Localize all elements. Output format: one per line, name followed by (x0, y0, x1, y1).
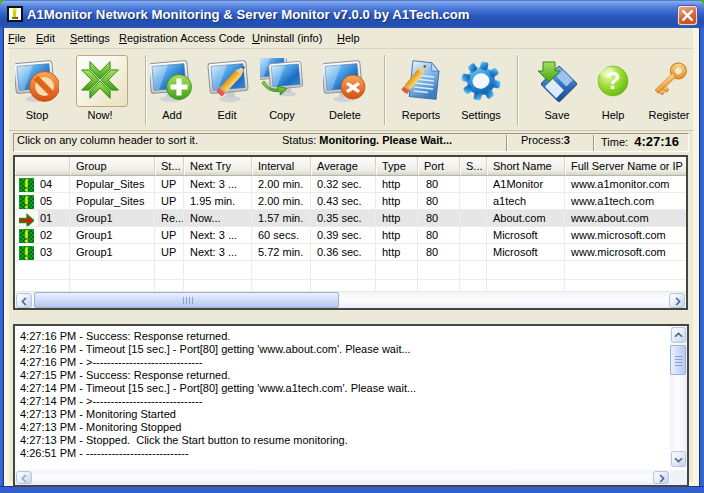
svg-text:?: ? (606, 67, 621, 94)
